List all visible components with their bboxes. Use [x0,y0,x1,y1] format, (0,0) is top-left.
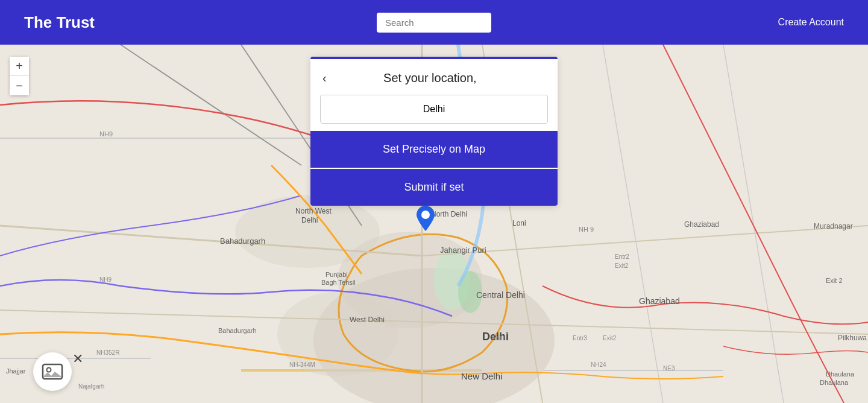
zoom-in-button[interactable]: + [10,57,29,76]
create-account-button[interactable]: Create Account [778,17,844,28]
svg-text:Ghaziabad: Ghaziabad [639,296,680,306]
svg-point-10 [235,195,380,268]
app-title: The Trust [24,13,95,32]
svg-text:North West: North West [295,207,332,215]
svg-text:Ghaziabad: Ghaziabad [684,220,719,229]
svg-text:Punjabi: Punjabi [326,271,348,278]
svg-text:Najafgarh: Najafgarh [78,383,104,390]
svg-text:Central Delhi: Central Delhi [476,290,525,300]
svg-text:NH9: NH9 [99,276,112,283]
search-input[interactable] [377,13,491,33]
svg-text:Entr3: Entr3 [573,335,587,341]
svg-text:West Delhi: West Delhi [350,316,385,324]
map-pin [417,206,435,233]
svg-text:NH-344M: NH-344M [289,361,315,368]
svg-text:NH352R: NH352R [96,349,119,356]
svg-text:Entr2: Entr2 [615,253,629,260]
svg-text:Jhajjar: Jhajjar [6,367,26,375]
svg-text:Delhi: Delhi [301,216,318,224]
image-button[interactable] [33,352,72,391]
svg-text:NH24: NH24 [591,361,606,368]
svg-text:Bagh Tehsil: Bagh Tehsil [321,279,356,286]
svg-text:Muradnagar: Muradnagar [814,222,853,230]
svg-text:Exit2: Exit2 [615,262,629,269]
svg-text:Exit 2: Exit 2 [826,277,843,284]
svg-text:Bahadurgarh: Bahadurgarh [218,327,257,334]
search-container [377,13,491,33]
svg-text:Dhaulana: Dhaulana [820,379,849,386]
svg-text:Exit2: Exit2 [603,335,617,341]
svg-text:Jahangir Puri: Jahangir Puri [440,246,486,255]
svg-text:Exit 1: Exit 1 [491,335,506,341]
back-button[interactable]: ‹ [322,71,327,85]
svg-point-60 [47,368,51,372]
zoom-out-button[interactable]: − [10,76,29,95]
svg-text:Pilkhuwa: Pilkhuwa [838,334,867,342]
close-map-button[interactable]: ✕ [72,351,83,367]
svg-point-58 [421,211,430,219]
svg-text:Dhaulana: Dhaulana [826,370,855,378]
set-map-button[interactable]: Set Precisely on Map [310,131,558,168]
modal-panel: ‹ Set your location, Set Precisely on Ma… [310,57,558,206]
image-icon [42,361,63,382]
submit-button[interactable]: Submit if set [310,169,558,206]
modal-header: ‹ Set your location, [310,59,558,95]
location-input[interactable] [320,95,548,124]
svg-text:Bahadurgarh: Bahadurgarh [220,236,265,246]
svg-text:NH9: NH9 [99,130,113,138]
svg-text:New Delhi: New Delhi [461,371,502,381]
modal-title: Set your location, [333,71,546,85]
location-input-container [310,95,558,131]
svg-text:NH 9: NH 9 [579,226,594,233]
svg-text:Loni: Loni [512,219,526,227]
svg-text:NE3: NE3 [663,365,675,372]
svg-text:North Delhi: North Delhi [431,210,467,218]
zoom-controls: + − [10,57,29,95]
header: The Trust Create Account [0,0,868,45]
